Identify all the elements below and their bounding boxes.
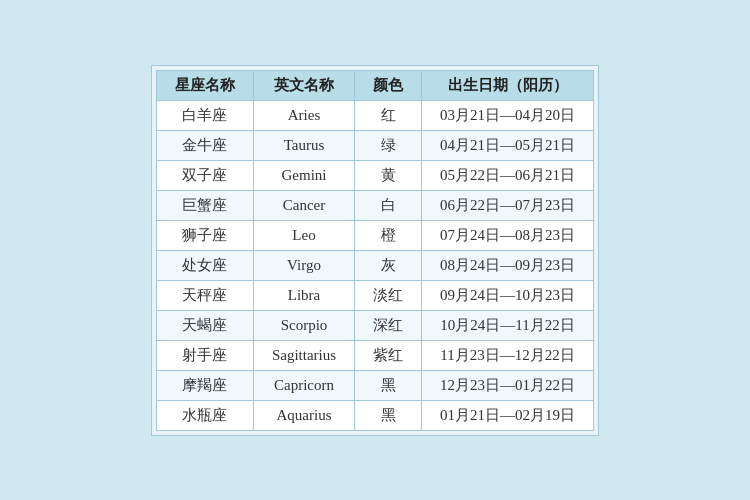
table-cell: 07月24日—08月23日 bbox=[422, 220, 594, 250]
table-row: 巨蟹座Cancer白06月22日—07月23日 bbox=[156, 190, 593, 220]
table-cell: Cancer bbox=[253, 190, 354, 220]
table-cell: Capricorn bbox=[253, 370, 354, 400]
table-row: 金牛座Taurus绿04月21日—05月21日 bbox=[156, 130, 593, 160]
table-body: 白羊座Aries红03月21日—04月20日金牛座Taurus绿04月21日—0… bbox=[156, 100, 593, 430]
table-cell: 处女座 bbox=[156, 250, 253, 280]
table-cell: 水瓶座 bbox=[156, 400, 253, 430]
table-cell: 白 bbox=[355, 190, 422, 220]
table-cell: 06月22日—07月23日 bbox=[422, 190, 594, 220]
table-cell: 天秤座 bbox=[156, 280, 253, 310]
table-cell: 12月23日—01月22日 bbox=[422, 370, 594, 400]
table-row: 水瓶座Aquarius黑01月21日—02月19日 bbox=[156, 400, 593, 430]
table-cell: 11月23日—12月22日 bbox=[422, 340, 594, 370]
table-cell: 灰 bbox=[355, 250, 422, 280]
table-cell: 摩羯座 bbox=[156, 370, 253, 400]
table-header: 星座名称英文名称颜色出生日期（阳历） bbox=[156, 70, 593, 100]
table-cell: 黑 bbox=[355, 370, 422, 400]
table-cell: Virgo bbox=[253, 250, 354, 280]
table-cell: 10月24日—11月22日 bbox=[422, 310, 594, 340]
zodiac-table-container: 星座名称英文名称颜色出生日期（阳历） 白羊座Aries红03月21日—04月20… bbox=[151, 65, 599, 436]
header-cell: 英文名称 bbox=[253, 70, 354, 100]
table-cell: 双子座 bbox=[156, 160, 253, 190]
table-row: 天蝎座Scorpio深红10月24日—11月22日 bbox=[156, 310, 593, 340]
table-cell: 天蝎座 bbox=[156, 310, 253, 340]
table-cell: 白羊座 bbox=[156, 100, 253, 130]
table-cell: 03月21日—04月20日 bbox=[422, 100, 594, 130]
table-cell: 黑 bbox=[355, 400, 422, 430]
table-cell: Libra bbox=[253, 280, 354, 310]
table-cell: 紫红 bbox=[355, 340, 422, 370]
table-cell: Aries bbox=[253, 100, 354, 130]
table-cell: Aquarius bbox=[253, 400, 354, 430]
table-cell: 绿 bbox=[355, 130, 422, 160]
header-cell: 颜色 bbox=[355, 70, 422, 100]
table-row: 摩羯座Capricorn黑12月23日—01月22日 bbox=[156, 370, 593, 400]
header-row: 星座名称英文名称颜色出生日期（阳历） bbox=[156, 70, 593, 100]
header-cell: 出生日期（阳历） bbox=[422, 70, 594, 100]
table-cell: 淡红 bbox=[355, 280, 422, 310]
table-cell: 09月24日—10月23日 bbox=[422, 280, 594, 310]
table-cell: Scorpio bbox=[253, 310, 354, 340]
table-cell: 红 bbox=[355, 100, 422, 130]
table-row: 天秤座Libra淡红09月24日—10月23日 bbox=[156, 280, 593, 310]
table-row: 白羊座Aries红03月21日—04月20日 bbox=[156, 100, 593, 130]
table-cell: 橙 bbox=[355, 220, 422, 250]
zodiac-table: 星座名称英文名称颜色出生日期（阳历） 白羊座Aries红03月21日—04月20… bbox=[156, 70, 594, 431]
table-row: 狮子座Leo橙07月24日—08月23日 bbox=[156, 220, 593, 250]
table-cell: Sagittarius bbox=[253, 340, 354, 370]
table-cell: 射手座 bbox=[156, 340, 253, 370]
table-cell: 08月24日—09月23日 bbox=[422, 250, 594, 280]
table-cell: 01月21日—02月19日 bbox=[422, 400, 594, 430]
table-row: 处女座Virgo灰08月24日—09月23日 bbox=[156, 250, 593, 280]
table-cell: 金牛座 bbox=[156, 130, 253, 160]
table-cell: Taurus bbox=[253, 130, 354, 160]
table-row: 双子座Gemini黄05月22日—06月21日 bbox=[156, 160, 593, 190]
table-cell: 05月22日—06月21日 bbox=[422, 160, 594, 190]
table-cell: Leo bbox=[253, 220, 354, 250]
table-row: 射手座Sagittarius紫红11月23日—12月22日 bbox=[156, 340, 593, 370]
table-cell: 深红 bbox=[355, 310, 422, 340]
table-cell: 黄 bbox=[355, 160, 422, 190]
table-cell: 04月21日—05月21日 bbox=[422, 130, 594, 160]
table-cell: 狮子座 bbox=[156, 220, 253, 250]
table-cell: Gemini bbox=[253, 160, 354, 190]
table-cell: 巨蟹座 bbox=[156, 190, 253, 220]
header-cell: 星座名称 bbox=[156, 70, 253, 100]
